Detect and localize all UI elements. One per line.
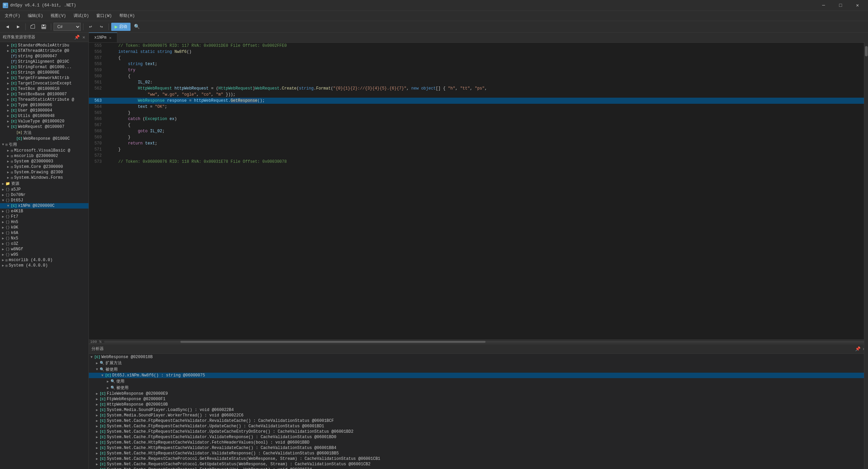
tree-item[interactable]: ▶ {} Nx5 [0, 236, 88, 241]
search-button[interactable]: 🔍 [132, 22, 141, 31]
tree-item[interactable]: ▶ [C] Utils @01000048 [0, 113, 88, 119]
analyzer-item-revalidate[interactable]: ▶ [C] System.Net.Cache.FtpRequestCacheVa… [89, 418, 868, 424]
analyzer-item-uses[interactable]: ▶ 🔍 使用 [89, 378, 868, 385]
analyzer-item-fileweb[interactable]: ▶ [C] FileWebResponse @020000E9 [89, 391, 868, 396]
menu-window[interactable]: 窗口(W) [93, 12, 115, 20]
horizontal-scroll-thumb[interactable] [180, 341, 486, 343]
tree-item[interactable]: ▶ {} w9S [0, 252, 88, 257]
tab-x1npm[interactable]: x1NPm ✕ [89, 33, 117, 42]
code-line-565: 565 } [89, 110, 868, 116]
analyzer-item-nw8f6[interactable]: ▼ [C] Dt65J.x1NPm.Nw8f6() : string @0600… [89, 373, 868, 378]
analyzer-scroll-thumb[interactable] [865, 46, 868, 56]
tree-item[interactable]: ▶ {} Do70Nr [0, 192, 88, 198]
tree-item[interactable]: ▶ [C] TargetInvocationExcept [0, 81, 88, 86]
analyzer-item-updatecacheentry[interactable]: ▶ [C] System.Net.Cache.FtpRequestCacheVa… [89, 429, 868, 434]
analyzer-item-getupdatestatus[interactable]: ▶ [C] System.Net.Cache.RequestCacheProto… [89, 462, 868, 467]
code-line-567: 567 { [89, 122, 868, 128]
analyzer-item-ext-methods[interactable]: ▶ 🔍 扩展方法 [89, 360, 868, 366]
menu-debug[interactable]: 调试(D) [70, 12, 93, 20]
tree-item[interactable]: [f] string @01000047 [0, 54, 88, 59]
tree-item[interactable]: [f] StringAlignment @010C [0, 59, 88, 64]
tree-item[interactable]: ▶ ⊞ System.Drawing @2300 [0, 170, 88, 175]
tree-item[interactable]: ▶ {} a5JP [0, 187, 88, 192]
redo-button[interactable]: ↪ [97, 22, 106, 31]
horizontal-scroll-track[interactable] [104, 341, 867, 343]
maximize-button[interactable]: □ [833, 0, 848, 11]
menu-view[interactable]: 视图(V) [47, 12, 70, 20]
tree-item[interactable]: ▶ [C] User @01000004 [0, 108, 88, 113]
toolbar-sep-1 [25, 23, 26, 30]
tree-item[interactable]: ▶ {} k0K [0, 225, 88, 230]
tree-item[interactable]: ▶ {} k6A [0, 230, 88, 236]
tree-item-mscorlib[interactable]: ▶ ⊞ mscorlib (4.0.0.0) [0, 257, 88, 263]
save-button[interactable] [39, 22, 48, 31]
tree-item[interactable]: ▶ [C] TextBox @01000010 [0, 86, 88, 92]
analyzer-scrollbar[interactable] [864, 42, 868, 469]
tree-item[interactable]: ▶ [C] Strings @0100008E [0, 70, 88, 75]
panel-pin-button[interactable]: 📌 [74, 35, 80, 40]
nav-forward-button[interactable]: ▶ [14, 22, 23, 31]
assembly-explorer-title: 程序集资源管理器 [3, 34, 35, 40]
tree-item[interactable]: [m] 方法 [0, 130, 88, 136]
tree-item-dt65j[interactable]: ▼ {} Dt65J [0, 198, 88, 203]
tree-item[interactable]: ▶ [C] ThreadStaticAttribute @ [0, 97, 88, 102]
analyzer-item-fetchheader[interactable]: ▶ [C] System.Net.Cache.HttpRequestCacheV… [89, 440, 868, 445]
tree-item[interactable]: ▶ ⊞ System @23000003 [0, 159, 88, 164]
tab-bar: x1NPm ✕ [89, 33, 868, 43]
menu-edit[interactable]: 编辑(E) [24, 12, 47, 20]
tree-item[interactable]: ▶ [C] Type @01000006 [0, 102, 88, 108]
tree-item[interactable]: ▶ {} Ft7 [0, 214, 88, 219]
tree-item-refs[interactable]: ▼ ⊞ 引用 [0, 141, 88, 148]
analyzer-item-validateresponse-ftp[interactable]: ▶ [C] System.Net.Cache.FtpRequestCacheVa… [89, 434, 868, 440]
panel-close-button[interactable]: ✕ [82, 35, 86, 40]
tree-item[interactable]: ▶ {} o3Z [0, 241, 88, 247]
tree-item[interactable]: ▶ [C] TargetFrameworkAttrib [0, 75, 88, 81]
minimize-button[interactable]: ─ [816, 0, 831, 11]
tree-item[interactable]: ▶ {} Hn5 [0, 219, 88, 225]
undo-button[interactable]: ↩ [86, 22, 95, 31]
tree-item[interactable]: ▶ ⊞ System.Windows.Forms [0, 175, 88, 180]
tree-item[interactable]: ▶ [C] ValueType @01000020 [0, 119, 88, 124]
language-selector[interactable]: C# VB IL [54, 23, 81, 31]
analyzer-item-httpweb[interactable]: ▶ [C] HttpWebResponse @0200010B [89, 402, 868, 407]
analyzer-item-http-revalidate[interactable]: ▶ [C] System.Net.Cache.HttpRequestCacheV… [89, 445, 868, 451]
tree-item[interactable]: ▶ ⊞ Microsoft.VisualBasic @ [0, 148, 88, 153]
menu-file[interactable]: 文件(F) [1, 12, 24, 20]
code-line-562b: "ww", "w.go", "ogle", "co", "m" })); [89, 92, 868, 98]
toolbar-sep-4 [108, 23, 109, 30]
tree-item[interactable]: [C] WebResponse @01000C [0, 136, 88, 141]
tree-item[interactable]: ▶ [C] StandardModuleAttribu [0, 43, 88, 48]
tree-item[interactable]: ▼ [C] WebRequest @0100007 [0, 124, 88, 130]
tree-item[interactable]: ▶ ⊞ System.Core @2300000 [0, 164, 88, 170]
analyzer-item-updatecache[interactable]: ▶ [C] System.Net.Cache.FtpRequestCacheVa… [89, 424, 868, 429]
analyzer-item-workerthread[interactable]: ▶ [C] System.Media.SoundPlayer.WorkerThr… [89, 413, 868, 418]
title-bar: 🔍 dnSpy v6.4.1 (64-bit, .NET) ─ □ ✕ [0, 0, 868, 11]
analyzer-item-used-by[interactable]: ▼ 🔍 被使用 [89, 366, 868, 373]
tree-item[interactable]: ▶ {} e4K1B [0, 209, 88, 214]
analyzer-item-used-by-sub[interactable]: ▶ 🔍 被使用 [89, 385, 868, 391]
tree-item[interactable]: ▶ [C] STAThreadAttribute @0 [0, 48, 88, 54]
analyzer-item-webresponse[interactable]: ▼ [C] WebResponse @0200018B [89, 354, 868, 360]
scrollbar-horizontal[interactable]: 100 % [89, 339, 868, 344]
code-line-563: 563 WebResponse response = httpWebReques… [89, 98, 868, 104]
menu-help[interactable]: 帮助(H) [116, 12, 138, 20]
open-button[interactable] [28, 22, 38, 31]
tree-item[interactable]: ▶ {} w8NGf [0, 247, 88, 252]
close-button[interactable]: ✕ [850, 0, 865, 11]
analyzer-pin-button[interactable]: 📌 [855, 346, 861, 352]
tree-item-x1npm[interactable]: ▼ [C] x1NPm @0200000C [0, 203, 88, 209]
analyzer-item-http-validate[interactable]: ▶ [C] System.Net.Cache.HttpRequestCacheV… [89, 451, 868, 456]
analyzer-item-getrevalidate[interactable]: ▶ [C] System.Net.Cache.RequestCacheProto… [89, 456, 868, 462]
panel-controls: 📌 ✕ [74, 35, 86, 40]
analyzer-item-ftpweb[interactable]: ▶ [C] FtpWebResponse @020000F1 [89, 396, 868, 402]
tab-close-button[interactable]: ✕ [109, 36, 112, 40]
tree-item[interactable]: ▶ [C] TextBoxBase @0100007 [0, 92, 88, 97]
tree-item[interactable]: ▶ [C] StringFormat @01000... [0, 64, 88, 70]
analyzer-item-fetchrequest[interactable]: ▶ [C] System.Net.Cache.RequestCacheProto… [89, 467, 868, 469]
run-button[interactable]: ▶ 启动 [111, 23, 131, 31]
tree-item-resources[interactable]: ▶ 📁 资源 [0, 180, 88, 187]
nav-back-button[interactable]: ◀ [3, 22, 12, 31]
tree-item[interactable]: ▶ ⊞ mscorlib @23000002 [0, 153, 88, 159]
analyzer-item-loadsync[interactable]: ▶ [C] System.Media.SoundPlayer.LoadSync(… [89, 407, 868, 413]
tree-item-system[interactable]: ▶ ⊞ System (4.0.0.0) [0, 263, 88, 268]
